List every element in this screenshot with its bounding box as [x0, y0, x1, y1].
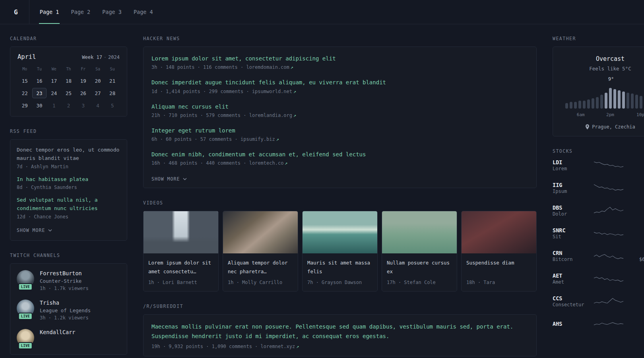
stock-row[interactable]: CRN Bitcorn -1.00% $66,171.48	[553, 250, 644, 262]
weather-bar	[587, 99, 590, 109]
stock-row[interactable]: SNRC Sit +1.36% $148.64	[553, 227, 644, 239]
tab-page-3[interactable]: Page 3	[101, 0, 122, 24]
weather-bar	[583, 101, 586, 109]
weather-hourly-chart: 9°	[559, 78, 644, 109]
stock-name: Lorem	[553, 166, 567, 171]
video-title: Aliquam tempor dolor nec pharetra…	[228, 259, 293, 276]
weather-bar	[631, 93, 634, 109]
calendar-day: 20	[91, 76, 105, 86]
weather-bar	[635, 95, 638, 109]
hn-item-link[interactable]: Integer eget rutrum lorem	[151, 126, 528, 134]
stock-row[interactable]: AHS +0.46%	[553, 318, 644, 330]
twitch-widget: TWITCH CHANNELS LIVE ForrestBurton Count…	[10, 253, 127, 355]
tab-page-4[interactable]: Page 4	[133, 0, 154, 24]
twitch-channel[interactable]: LIVE ForrestBurton Counter-Strike 1h · 1…	[17, 270, 120, 291]
stock-ticker: SNRC	[553, 227, 586, 233]
stock-values: -1.00% $66,171.48	[631, 250, 644, 262]
subreddit-domain-link[interactable]: loremnet.xyz	[261, 344, 295, 349]
hn-show-more-button[interactable]: SHOW MORE	[151, 175, 187, 183]
channel-name-link[interactable]: Trisha	[40, 300, 91, 306]
hn-item-meta: 3h · 148 points · 116 comments · loremdo…	[151, 64, 528, 70]
hn-item-domain-link[interactable]: loremlandia.org	[249, 113, 292, 118]
twitch-channel[interactable]: LIVE Trisha League of Legends 3h · 1.2k …	[17, 300, 120, 321]
calendar-day: 21	[105, 76, 120, 86]
hn-item-stats: 16h · 468 points · 440 comments ·	[151, 160, 246, 166]
stock-values: +0.46%	[631, 321, 644, 327]
channel-viewers: 3h · 1.2k viewers	[40, 315, 91, 321]
calendar-day: 27	[91, 88, 105, 98]
hn-item-domain-link[interactable]: ipsumify.biz	[241, 136, 275, 142]
twitch-channel[interactable]: LIVE KendallCarr	[17, 329, 120, 346]
subreddit-post: Maecenas mollis pulvinar erat non posuer…	[151, 322, 528, 349]
stock-row[interactable]: CCS Consectetur +0.51% $165.84	[553, 295, 644, 307]
video-card[interactable]: Suspendisse diam 18h · Tara	[461, 211, 537, 292]
calendar-day: 29	[17, 100, 32, 111]
video-body: Aliquam tempor dolor nec pharetra… 1h · …	[223, 253, 298, 291]
section-header-calendar: CALENDAR	[10, 36, 127, 41]
stock-row[interactable]: IIG Ipsum +2.84% $42.04	[553, 182, 644, 194]
video-card[interactable]: Aliquam tempor dolor nec pharetra… 1h · …	[223, 211, 298, 292]
external-link-icon: ↗	[293, 113, 296, 118]
channel-category: Counter-Strike	[40, 278, 89, 284]
hn-item-domain-link[interactable]: loremtech.co	[249, 160, 284, 166]
rss-item: Sed volutpat nulla nisl, a condimentum n…	[17, 196, 120, 220]
video-card[interactable]: Lorem ipsum dolor sit amet consectetu… 1…	[143, 211, 219, 292]
weather-bar	[596, 97, 599, 109]
external-link-icon: ↗	[285, 160, 287, 166]
hn-item-stats: 1d · 1,414 points · 299 comments ·	[151, 89, 249, 94]
top-nav: G Page 1 Page 2 Page 3 Page 4	[0, 0, 644, 24]
rss-item-link[interactable]: Donec tempor eros leo, ut commodo mauris…	[17, 146, 120, 163]
hn-item-domain-link[interactable]: ipsumworld.net	[252, 89, 292, 94]
rss-item-meta: 7d · Ashlyn Martin	[17, 164, 120, 169]
rss-item-link[interactable]: In hac habitasse platea	[17, 175, 120, 184]
rss-show-more-button[interactable]: SHOW MORE	[17, 227, 52, 234]
calendar-week-year: Week 17·2024	[82, 54, 120, 60]
hn-item-link[interactable]: Donec imperdiet augue tincidunt felis al…	[151, 78, 528, 86]
videos-widget: VIDEOS Lorem ipsum dolor sit amet consec…	[143, 200, 537, 292]
stock-id: SNRC Sit	[553, 227, 586, 239]
stock-id: LDI Lorem	[553, 159, 586, 171]
stock-row[interactable]: DBS Dolor +1.42% $156.28	[553, 204, 644, 217]
stock-change: -1.00%	[631, 250, 644, 256]
app-logo[interactable]: G	[10, 0, 29, 24]
stock-row[interactable]: LDI Lorem +4.35% $795.18	[553, 159, 644, 171]
video-card[interactable]: Nullam posuere cursus ex 17h · Stefan Co…	[382, 211, 457, 292]
channel-category: League of Legends	[40, 307, 91, 313]
stock-ticker: CRN	[553, 250, 586, 256]
subreddit-post-link[interactable]: Maecenas mollis pulvinar erat non posuer…	[151, 322, 528, 340]
stock-price: $66,171.48	[639, 257, 644, 262]
hn-item-link[interactable]: Lorem ipsum dolor sit amet, consectetur …	[151, 54, 528, 62]
calendar-day: 24	[47, 88, 61, 98]
video-thumbnail	[382, 211, 457, 253]
channel-name-link[interactable]: KendallCarr	[40, 329, 75, 335]
hn-item-domain-link[interactable]: loremdomain.com	[246, 64, 289, 70]
tab-page-2[interactable]: Page 2	[70, 0, 91, 24]
stock-change: +4.35%	[631, 160, 644, 165]
subreddit-widget: /R/SUBREDDIT Maecenas mollis pulvinar er…	[143, 304, 537, 356]
show-more-label: SHOW MORE	[151, 176, 180, 182]
avatar: LIVE	[17, 329, 34, 346]
stock-ticker: IIG	[553, 182, 586, 188]
rss-item-link[interactable]: Sed volutpat nulla nisl, a condimentum n…	[17, 196, 120, 213]
hn-item-link[interactable]: Donec enim nibh, condimentum et accumsan…	[151, 150, 528, 158]
weather-bar	[613, 89, 616, 109]
tab-page-1[interactable]: Page 1	[39, 0, 60, 24]
channel-name-link[interactable]: ForrestBurton	[40, 270, 89, 276]
weather-location: Prague, Czechia	[559, 124, 644, 130]
calendar-card: April Week 17·2024 MoTuWeThFrSaSu1516171…	[10, 47, 127, 117]
weather-bar	[574, 102, 577, 109]
video-card[interactable]: Mauris sit amet massa felis 7h · Grayson…	[302, 211, 378, 292]
avatar: LIVE	[17, 300, 34, 317]
video-meta: 17h · Stefan Cole	[387, 280, 452, 285]
calendar-month: April	[17, 53, 36, 60]
weather-time-label: 10pm	[636, 112, 644, 117]
video-thumbnail	[303, 211, 377, 253]
separator-dot: ·	[104, 54, 107, 60]
hn-item-link[interactable]: Aliquam nec cursus elit	[151, 103, 528, 111]
external-link-icon: ↗	[296, 344, 299, 349]
calendar-day-of-week: Sa	[91, 66, 105, 74]
stock-row[interactable]: AET Amet +0.92% $499.72	[553, 272, 644, 285]
calendar-day: 16	[32, 76, 47, 86]
hn-item-meta: 21h · 710 points · 579 comments · loreml…	[151, 113, 528, 118]
hn-item-stats: 6h · 60 points · 57 comments ·	[151, 136, 238, 142]
